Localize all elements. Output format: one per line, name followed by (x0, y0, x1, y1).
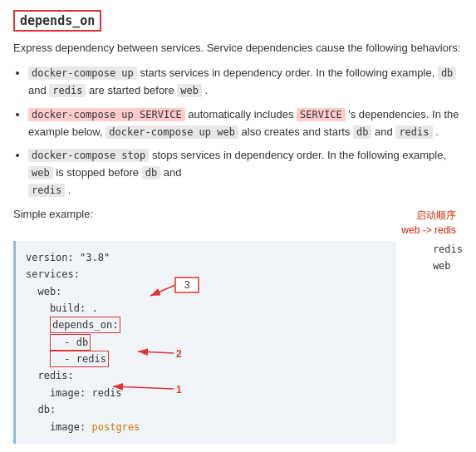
annotation-web: web (433, 258, 463, 274)
code-line-8: redis: (26, 367, 386, 384)
list-item: docker-compose stop stops services in de… (28, 147, 463, 199)
text-node: is stopped before (56, 166, 141, 179)
code-line-11: image: postgres (26, 419, 386, 435)
code-inline: web (28, 166, 53, 179)
code-inline: redis (49, 84, 86, 97)
code-line-3: web: (26, 283, 386, 300)
text-node: and (28, 84, 49, 96)
code-inline: redis (28, 184, 65, 197)
main-container: depends_on Express dependency between se… (0, 0, 476, 452)
code-line-10: db: (26, 401, 386, 418)
code-inline: web (177, 84, 202, 97)
code-line-9: image: redis (26, 385, 386, 401)
bullets-list: docker-compose up starts services in dep… (28, 65, 463, 199)
code-inline-highlight: docker-compose up SERVICE (28, 108, 185, 121)
code-inline: docker-compose up web (106, 125, 238, 139)
list-item: docker-compose up starts services in dep… (28, 65, 463, 100)
code-orange: postgres (91, 421, 140, 433)
code-block: version: "3.8" services: web: build: . d… (13, 241, 396, 444)
code-line-6: - db (26, 334, 386, 351)
startup-order-annotation: 启动顺序 web -> redis (401, 208, 456, 238)
annotation-redis: redis (433, 241, 463, 258)
simple-example-label: Simple example: (13, 208, 93, 220)
text-node: and (164, 166, 182, 179)
code-inline: db (438, 66, 456, 80)
text-node: starts services in dependency order. In … (140, 66, 437, 79)
code-line-4: build: . (26, 300, 386, 317)
text-node: and (375, 125, 395, 138)
text-node: . (68, 184, 71, 196)
text-node: also creates and starts (242, 125, 353, 138)
simple-example-header: Simple example: 启动顺序 web -> redis (13, 208, 463, 238)
code-line-7: - redis (26, 351, 386, 367)
text-node: automatically includes (188, 108, 297, 120)
code-inline: db (142, 166, 160, 179)
list-item: docker-compose up SERVICE automatically … (28, 106, 463, 141)
code-inline: db (353, 125, 371, 139)
text-node: stops services in dependency order. In t… (152, 149, 446, 161)
code-line-5: depends_on: (26, 317, 386, 333)
code-inline: redis (395, 125, 432, 139)
title-box: depends_on (13, 10, 101, 32)
code-line-2: services: (26, 266, 386, 282)
code-inline: docker-compose up (28, 66, 137, 80)
annotation-line1: 启动顺序 (416, 209, 456, 221)
code-block-wrapper: version: "3.8" services: web: build: . d… (13, 241, 463, 444)
description-text: Express dependency between services. Ser… (13, 40, 463, 56)
code-inline-highlight: SERVICE (297, 108, 346, 121)
text-node: . (205, 84, 209, 96)
text-node: . (435, 125, 439, 138)
page-title: depends_on (20, 13, 95, 28)
code-line-1: version: "3.8" (26, 249, 386, 266)
right-annotations: redis web (433, 241, 463, 275)
text-node: are started before (89, 84, 177, 96)
annotation-line2: web -> redis (401, 224, 456, 236)
code-inline: docker-compose stop (28, 149, 149, 162)
